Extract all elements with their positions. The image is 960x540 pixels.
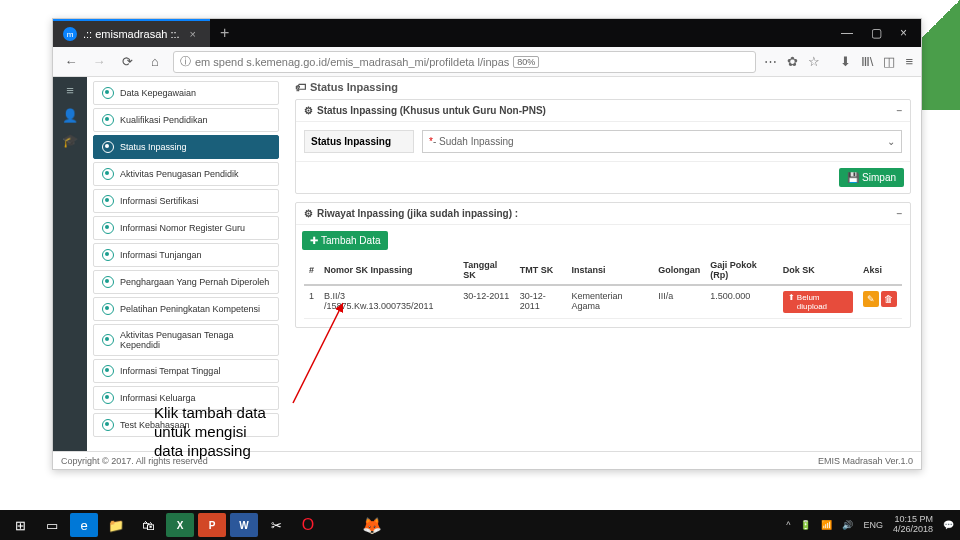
chrome-icon[interactable] bbox=[326, 513, 354, 537]
sidebar-item-tempat-tinggal[interactable]: Informasi Tempat Tinggal bbox=[93, 359, 279, 383]
save-button[interactable]: 💾 Simpan bbox=[839, 168, 904, 187]
upload-status-badge[interactable]: ⬆Belum diupload bbox=[783, 291, 853, 313]
sidebar-item-sertifikasi[interactable]: Informasi Sertifikasi bbox=[93, 189, 279, 213]
circle-icon bbox=[102, 195, 114, 207]
status-card-header: ⚙ Status Inpassing (Khusus untuk Guru No… bbox=[296, 100, 910, 122]
library-icon[interactable]: Ⅲ\ bbox=[861, 54, 874, 69]
sidebar-icon[interactable]: ◫ bbox=[883, 54, 895, 69]
opera-icon[interactable]: O bbox=[294, 513, 322, 537]
edit-button[interactable]: ✎ bbox=[863, 291, 879, 307]
annotation-text: Klik tambah data untuk mengisi data inpa… bbox=[154, 404, 266, 460]
riwayat-card-header: ⚙ Riwayat Inpassing (jika sudah inpassin… bbox=[296, 203, 910, 225]
explorer-icon[interactable]: 📁 bbox=[102, 513, 130, 537]
reload-button[interactable]: ⟳ bbox=[117, 54, 137, 69]
wifi-icon[interactable]: 📶 bbox=[821, 520, 832, 530]
volume-icon[interactable]: 🔊 bbox=[842, 520, 853, 530]
back-button[interactable]: ← bbox=[61, 54, 81, 69]
add-data-button[interactable]: ✚ Tambah Data bbox=[302, 231, 388, 250]
browser-toolbar: ← → ⟳ ⌂ ⓘ em spend s.kemenag.go.id/emis_… bbox=[53, 47, 921, 77]
forward-button[interactable]: → bbox=[89, 54, 109, 69]
tab-favicon: m bbox=[63, 27, 77, 41]
excel-icon[interactable]: X bbox=[166, 513, 194, 537]
clock[interactable]: 10:15 PM 4/26/2018 bbox=[893, 515, 933, 535]
firefox-icon[interactable]: 🦊 bbox=[358, 513, 386, 537]
circle-icon bbox=[102, 419, 114, 431]
col-nosk: Nomor SK Inpassing bbox=[319, 256, 458, 285]
slide-background: m .:: emismadrasah ::. × + — ▢ × ← → ⟳ ⌂… bbox=[0, 0, 960, 540]
circle-icon bbox=[102, 114, 114, 126]
save-icon: 💾 bbox=[847, 172, 859, 183]
battery-icon[interactable]: 🔋 bbox=[800, 520, 811, 530]
circle-icon bbox=[102, 303, 114, 315]
sidebar-item-label: Aktivitas Penugasan Pendidik bbox=[120, 169, 239, 179]
footer-right: EMIS Madrasah Ver.1.0 bbox=[818, 456, 913, 466]
home-button[interactable]: ⌂ bbox=[145, 54, 165, 69]
edge-icon[interactable]: e bbox=[70, 513, 98, 537]
more-icon[interactable]: ⋯ bbox=[764, 54, 777, 69]
browser-tab[interactable]: m .:: emismadrasah ::. × bbox=[53, 19, 210, 47]
strip-menu-icon[interactable]: ≡ bbox=[66, 83, 74, 98]
system-tray: ^ 🔋 📶 🔊 ENG 10:15 PM 4/26/2018 💬 bbox=[786, 515, 954, 535]
strip-user-icon[interactable]: 👤 bbox=[62, 108, 78, 123]
page-content: ≡ 👤 🎓 Data Kepegawaian Kualifikasi Pendi… bbox=[53, 77, 921, 451]
strip-grad-icon[interactable]: 🎓 bbox=[62, 133, 78, 148]
tab-close-icon[interactable]: × bbox=[186, 28, 200, 40]
menu-icon[interactable]: ≡ bbox=[905, 54, 913, 69]
start-button[interactable]: ⊞ bbox=[6, 513, 34, 537]
status-select[interactable]: * - Sudah Inpassing bbox=[422, 130, 902, 153]
store-icon[interactable]: 🛍 bbox=[134, 513, 162, 537]
sidebar-menu: Data Kepegawaian Kualifikasi Pendidikan … bbox=[87, 77, 285, 451]
powerpoint-icon[interactable]: P bbox=[198, 513, 226, 537]
reader-icon[interactable]: ✿ bbox=[787, 54, 798, 69]
collapse-icon[interactable]: – bbox=[896, 208, 902, 219]
sidebar-item-label: Pelatihan Peningkatan Kompetensi bbox=[120, 304, 260, 314]
riwayat-card: ⚙ Riwayat Inpassing (jika sudah inpassin… bbox=[295, 202, 911, 328]
snip-icon[interactable]: ✂ bbox=[262, 513, 290, 537]
task-view-button[interactable]: ▭ bbox=[38, 513, 66, 537]
sidebar-item-nrg[interactable]: Informasi Nomor Register Guru bbox=[93, 216, 279, 240]
delete-button[interactable]: 🗑 bbox=[881, 291, 897, 307]
circle-icon bbox=[102, 276, 114, 288]
close-button[interactable]: × bbox=[900, 26, 907, 40]
gear-icon: ⚙ bbox=[304, 208, 313, 219]
new-tab-button[interactable]: + bbox=[210, 24, 239, 42]
sidebar-item-kepegawaian[interactable]: Data Kepegawaian bbox=[93, 81, 279, 105]
sidebar-item-label: Kualifikasi Pendidikan bbox=[120, 115, 208, 125]
sidebar-item-tunjangan[interactable]: Informasi Tunjangan bbox=[93, 243, 279, 267]
notifications-icon[interactable]: 💬 bbox=[943, 520, 954, 530]
windows-taskbar: ⊞ ▭ e 📁 🛍 X P W ✂ O 🦊 ^ 🔋 📶 🔊 ENG 10:15 … bbox=[0, 510, 960, 540]
collapse-icon[interactable]: – bbox=[896, 105, 902, 116]
sidebar-item-label: Data Kepegawaian bbox=[120, 88, 196, 98]
sidebar-item-penghargaan[interactable]: Penghargaan Yang Pernah Diperoleh bbox=[93, 270, 279, 294]
site-info-icon[interactable]: ⓘ bbox=[180, 54, 191, 69]
sidebar-item-pelatihan[interactable]: Pelatihan Peningkatan Kompetensi bbox=[93, 297, 279, 321]
window-controls: — ▢ × bbox=[827, 26, 921, 40]
sidebar-item-label: Informasi Sertifikasi bbox=[120, 196, 199, 206]
word-icon[interactable]: W bbox=[230, 513, 258, 537]
col-dok: Dok SK bbox=[778, 256, 858, 285]
status-label: Status Inpassing bbox=[304, 130, 414, 153]
sidebar-item-kualifikasi[interactable]: Kualifikasi Pendidikan bbox=[93, 108, 279, 132]
gear-icon: ⚙ bbox=[304, 105, 313, 116]
url-text: em spend s.kemenag.go.id/emis_madrasah_m… bbox=[195, 56, 509, 68]
status-card: ⚙ Status Inpassing (Khusus untuk Guru No… bbox=[295, 99, 911, 194]
sidebar-item-aktivitas-tenaga[interactable]: Aktivitas Penugasan Tenaga Kependidi bbox=[93, 324, 279, 356]
sidebar-item-inpassing[interactable]: Status Inpassing bbox=[93, 135, 279, 159]
bookmark-icon[interactable]: ☆ bbox=[808, 54, 820, 69]
download-icon[interactable]: ⬇ bbox=[840, 54, 851, 69]
sidebar-item-label: Informasi Tempat Tinggal bbox=[120, 366, 220, 376]
lang-indicator[interactable]: ENG bbox=[863, 520, 883, 530]
tray-up-icon[interactable]: ^ bbox=[786, 520, 790, 530]
upload-icon: ⬆ bbox=[788, 293, 795, 311]
main-panel: 🏷 Status Inpassing ⚙ Status Inpassing (K… bbox=[285, 77, 921, 451]
sidebar-item-label: Informasi Nomor Register Guru bbox=[120, 223, 245, 233]
maximize-button[interactable]: ▢ bbox=[871, 26, 882, 40]
page-title: 🏷 Status Inpassing bbox=[295, 81, 911, 93]
col-aksi: Aksi bbox=[858, 256, 902, 285]
zoom-badge[interactable]: 80% bbox=[513, 56, 539, 68]
col-gol: Golongan bbox=[653, 256, 705, 285]
url-bar[interactable]: ⓘ em spend s.kemenag.go.id/emis_madrasah… bbox=[173, 51, 756, 73]
circle-icon bbox=[102, 365, 114, 377]
sidebar-item-aktivitas-pendidik[interactable]: Aktivitas Penugasan Pendidik bbox=[93, 162, 279, 186]
minimize-button[interactable]: — bbox=[841, 26, 853, 40]
